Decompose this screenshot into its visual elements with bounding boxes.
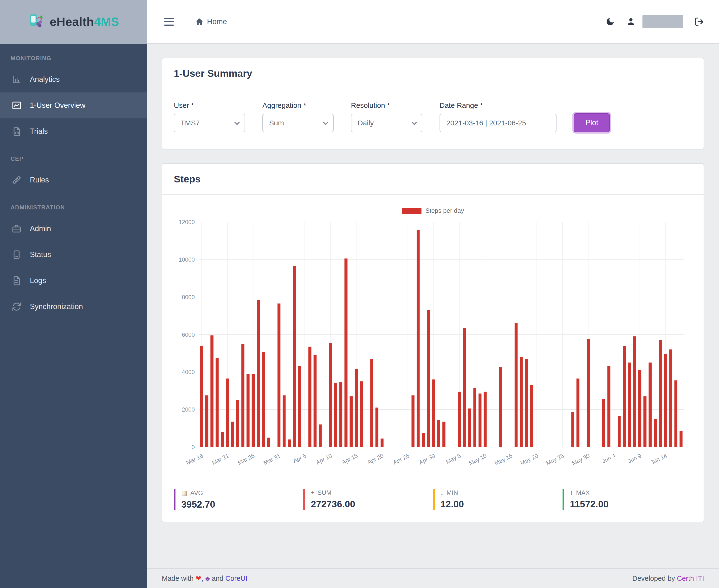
ruler-icon <box>10 175 23 185</box>
nav-section-administration: ADMINISTRATION <box>0 193 147 216</box>
svg-text:Apr 15: Apr 15 <box>341 452 359 465</box>
user-summary-card: 1-User Summary User * TMS7 Aggregation *… <box>162 58 704 149</box>
svg-text:May 20: May 20 <box>519 452 539 466</box>
stat-max: ↑ MAX 11572.00 <box>563 489 692 510</box>
card-title: Steps <box>174 173 692 185</box>
sidebar-item-label: Trials <box>30 127 48 136</box>
svg-text:Jun 9: Jun 9 <box>627 452 642 464</box>
svg-text:Jun 4: Jun 4 <box>601 452 616 464</box>
svg-text:0: 0 <box>192 444 195 450</box>
plus-icon: + <box>311 489 315 497</box>
logout-icon[interactable] <box>695 17 704 26</box>
date-range-field: Date Range * <box>440 101 556 132</box>
sidebar-item-admin[interactable]: Admin <box>0 216 147 241</box>
header-actions <box>606 15 704 28</box>
main-content: 1-User Summary User * TMS7 Aggregation *… <box>147 44 719 568</box>
file-chart-icon <box>10 126 23 136</box>
svg-text:10000: 10000 <box>178 256 195 263</box>
summary-form: User * TMS7 Aggregation * Sum <box>162 89 704 149</box>
resolution-select[interactable]: Daily <box>351 114 422 132</box>
stat-label: SUM <box>317 489 332 497</box>
stat-sum: + SUM 272736.00 <box>303 489 433 510</box>
sidebar-item-label: Logs <box>30 276 46 285</box>
stat-value-min: 12.00 <box>441 499 563 509</box>
steps-card: Steps Steps per day 02000400060008000100… <box>162 163 704 522</box>
heart-icon: ❤ <box>195 574 201 582</box>
calculator-icon: ▦ <box>181 489 188 497</box>
date-range-input[interactable] <box>440 114 556 132</box>
chevron-down-icon <box>323 120 329 125</box>
journal-icon <box>10 250 23 260</box>
svg-text:Apr 10: Apr 10 <box>315 452 333 465</box>
svg-text:8000: 8000 <box>182 294 195 300</box>
certh-iti-link[interactable]: Certh ITI <box>677 574 704 582</box>
steps-card-header: Steps <box>162 164 704 195</box>
arrow-up-icon: ↑ <box>570 489 573 497</box>
svg-text:May 15: May 15 <box>493 452 513 466</box>
sidebar-item-label: Admin <box>30 224 51 233</box>
svg-text:12000: 12000 <box>178 219 195 225</box>
user-icon[interactable] <box>626 17 636 26</box>
sidebar-toggle-button[interactable] <box>162 15 176 28</box>
sidebar-item-1-user-overview[interactable]: 1-User Overview <box>0 92 147 119</box>
footer-developer: Developed by Certh ITI <box>632 574 704 583</box>
stat-label: AVG <box>190 489 203 497</box>
sidebar-item-status[interactable]: Status <box>0 241 147 268</box>
stat-value-max: 11572.00 <box>570 499 692 509</box>
card-title: 1-User Summary <box>174 68 692 79</box>
steps-card-body: Steps per day 02000400060008000100001200… <box>162 195 704 522</box>
stat-label: MIN <box>446 489 458 497</box>
svg-text:Apr 30: Apr 30 <box>418 452 436 465</box>
svg-text:May 5: May 5 <box>445 452 462 465</box>
sidebar-item-label: 1-User Overview <box>30 101 85 110</box>
app-root: eHealth4MS MONITORING Analytics 1-User O… <box>0 0 719 588</box>
arrow-down-icon: ↓ <box>441 489 444 497</box>
sync-icon <box>10 301 23 312</box>
user-field: User * TMS7 <box>174 101 245 132</box>
svg-text:Jun 14: Jun 14 <box>650 452 668 466</box>
dark-mode-toggle-icon[interactable] <box>606 17 615 26</box>
top-header: Home <box>147 0 719 44</box>
sidebar-item-label: Rules <box>30 176 49 184</box>
plugin-icon: ♣ <box>205 574 210 582</box>
sidebar-item-analytics[interactable]: Analytics <box>0 66 147 92</box>
aggregation-select-value: Sum <box>269 119 284 127</box>
sidebar-item-logs[interactable]: Logs <box>0 268 147 294</box>
svg-text:6000: 6000 <box>182 331 195 338</box>
home-icon <box>195 17 204 26</box>
svg-text:May 10: May 10 <box>468 452 488 466</box>
sidebar: eHealth4MS MONITORING Analytics 1-User O… <box>0 0 147 588</box>
footer-credits: Made with ❤, ♣ and CoreUI <box>162 574 248 583</box>
svg-text:Mar 26: Mar 26 <box>237 452 256 466</box>
user-summary-card-header: 1-User Summary <box>162 58 704 89</box>
file-text-icon <box>10 276 23 286</box>
svg-text:May 25: May 25 <box>545 452 565 466</box>
sidebar-item-trials[interactable]: Trials <box>0 119 147 144</box>
user-select[interactable]: TMS7 <box>174 114 245 132</box>
aggregation-select[interactable]: Sum <box>262 114 334 132</box>
sidebar-item-synchronization[interactable]: Synchronization <box>0 294 147 320</box>
stat-value-avg: 3952.70 <box>181 499 303 510</box>
chevron-down-icon <box>411 120 417 125</box>
sidebar-item-rules[interactable]: Rules <box>0 167 147 193</box>
brand-logo-icon <box>28 13 45 31</box>
stats-row: ▦ AVG 3952.70 + SUM 272736.00 <box>174 489 692 510</box>
aggregation-field: Aggregation * Sum <box>262 101 334 132</box>
date-range-field-label: Date Range * <box>440 101 556 109</box>
breadcrumb-label: Home <box>207 17 227 26</box>
footer: Made with ❤, ♣ and CoreUI Developed by C… <box>147 568 719 588</box>
sidebar-item-label: Synchronization <box>30 302 83 311</box>
chevron-down-icon <box>234 120 240 125</box>
user-select-value: TMS7 <box>181 119 200 127</box>
legend-label: Steps per day <box>425 207 464 214</box>
coreui-link[interactable]: CoreUI <box>225 574 248 582</box>
sidebar-item-label: Analytics <box>30 75 60 84</box>
resolution-field: Resolution * Daily <box>351 101 422 132</box>
resolution-field-label: Resolution * <box>351 101 422 109</box>
svg-text:2000: 2000 <box>182 406 195 413</box>
breadcrumb-home[interactable]: Home <box>195 17 227 26</box>
stat-label: MAX <box>576 489 590 497</box>
resolution-select-value: Daily <box>358 119 374 127</box>
plot-button[interactable]: Plot <box>574 113 610 132</box>
brand[interactable]: eHealth4MS <box>0 0 147 44</box>
